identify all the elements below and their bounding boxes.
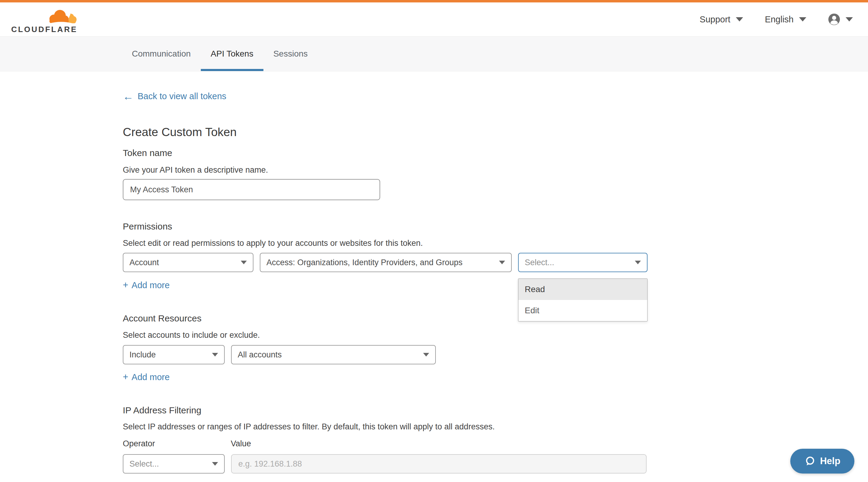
value-label: Value bbox=[231, 439, 251, 448]
permission-level-select[interactable]: Select... bbox=[518, 253, 648, 272]
chevron-down-icon bbox=[212, 353, 218, 356]
ip-filtering-heading: IP Address Filtering bbox=[123, 405, 202, 415]
chevron-down-icon bbox=[635, 261, 641, 264]
header-nav: Support English bbox=[700, 2, 853, 36]
account-resources-description: Select accounts to include or exclude. bbox=[123, 330, 260, 340]
ip-operator-select[interactable]: Select... bbox=[123, 454, 225, 474]
permission-resource-value: Access: Organizations, Identity Provider… bbox=[267, 258, 462, 267]
permission-level-placeholder: Select... bbox=[525, 258, 554, 267]
left-arrow-icon: ← bbox=[123, 92, 134, 101]
token-name-input[interactable] bbox=[123, 179, 380, 200]
support-menu[interactable]: Support bbox=[700, 14, 743, 25]
permissions-row: Account Access: Organizations, Identity … bbox=[123, 253, 648, 272]
support-menu-label: Support bbox=[700, 14, 731, 25]
cloudflare-cloud-icon bbox=[45, 7, 78, 24]
tab-api-tokens[interactable]: API Tokens bbox=[201, 37, 264, 71]
plus-icon: + bbox=[123, 372, 128, 383]
resource-accounts-select[interactable]: All accounts bbox=[231, 345, 436, 364]
account-resources-heading: Account Resources bbox=[123, 313, 202, 324]
create-custom-token-page: CLOUDFLARE Support English Communicat bbox=[0, 0, 868, 482]
permissions-add-more-link[interactable]: + Add more bbox=[123, 280, 170, 291]
chevron-down-icon bbox=[212, 462, 218, 466]
permission-resource-select[interactable]: Access: Organizations, Identity Provider… bbox=[260, 253, 512, 272]
help-button-label: Help bbox=[820, 456, 840, 467]
chevron-down-icon bbox=[736, 17, 743, 22]
chevron-down-icon bbox=[499, 261, 505, 264]
permission-scope-select[interactable]: Account bbox=[123, 253, 253, 272]
resource-mode-value: Include bbox=[129, 350, 156, 359]
language-menu[interactable]: English bbox=[765, 14, 806, 25]
ip-value-input[interactable] bbox=[231, 454, 647, 474]
ip-filtering-row: Select... bbox=[123, 454, 647, 474]
dropdown-option-edit[interactable]: Edit bbox=[518, 300, 647, 321]
account-menu[interactable] bbox=[828, 13, 853, 25]
back-link-label: Back to view all tokens bbox=[137, 91, 226, 101]
token-name-heading: Token name bbox=[123, 148, 172, 158]
user-avatar-icon bbox=[828, 13, 840, 25]
page-title: Create Custom Token bbox=[123, 126, 237, 139]
tab-sessions[interactable]: Sessions bbox=[264, 37, 318, 71]
add-more-label: Add more bbox=[131, 372, 170, 382]
permission-level-dropdown: Read Edit bbox=[518, 279, 648, 321]
permission-scope-value: Account bbox=[129, 258, 159, 267]
cloudflare-logo[interactable]: CLOUDFLARE bbox=[11, 7, 78, 34]
account-resources-row: Include All accounts bbox=[123, 345, 436, 364]
resource-mode-select[interactable]: Include bbox=[123, 345, 225, 364]
operator-label: Operator bbox=[123, 439, 155, 448]
chevron-down-icon bbox=[799, 17, 806, 22]
token-name-description: Give your API token a descriptive name. bbox=[123, 165, 268, 175]
permissions-description: Select edit or read permissions to apply… bbox=[123, 238, 423, 248]
brand-top-bar bbox=[0, 0, 868, 2]
language-menu-label: English bbox=[765, 14, 794, 25]
back-link[interactable]: ← Back to view all tokens bbox=[123, 91, 226, 101]
account-resources-add-more-link[interactable]: + Add more bbox=[123, 372, 170, 383]
dropdown-option-read[interactable]: Read bbox=[518, 279, 647, 300]
ip-filtering-description: Select IP addresses or ranges of IP addr… bbox=[123, 422, 495, 431]
permissions-heading: Permissions bbox=[123, 221, 172, 232]
profile-tabs: Communication API Tokens Sessions bbox=[0, 37, 868, 71]
chevron-down-icon bbox=[846, 17, 853, 22]
tab-communication[interactable]: Communication bbox=[122, 37, 201, 71]
ip-operator-placeholder: Select... bbox=[129, 459, 159, 469]
add-more-label: Add more bbox=[131, 280, 170, 290]
chevron-down-icon bbox=[423, 353, 429, 356]
help-button[interactable]: Help bbox=[790, 449, 855, 474]
header: CLOUDFLARE Support English bbox=[0, 2, 868, 37]
plus-icon: + bbox=[123, 280, 128, 291]
chevron-down-icon bbox=[241, 261, 247, 264]
brand-wordmark: CLOUDFLARE bbox=[11, 25, 78, 34]
resource-accounts-value: All accounts bbox=[238, 350, 282, 359]
chat-bubble-icon bbox=[804, 456, 815, 467]
